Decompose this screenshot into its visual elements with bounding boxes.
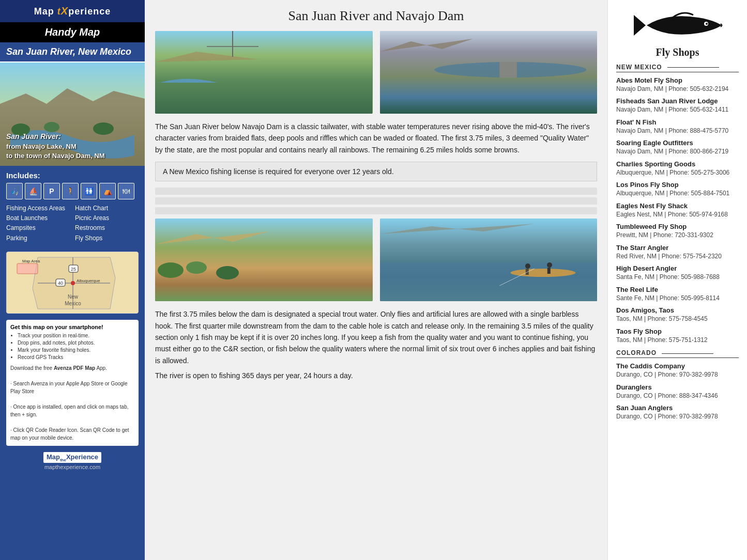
logo-area: Map tXperience: [0, 0, 145, 22]
fly-shops-title: Fly Shops: [616, 46, 739, 58]
includes-item-fishing: Fishing Access Areas: [6, 204, 70, 213]
river-caption-line2: from Navajo Lake, NM: [6, 142, 105, 151]
shop-duranglers: Duranglers Durango, CO | Phone: 888-347-…: [616, 383, 739, 400]
shop-starr: The Starr Angler Red River, NM | Phone: …: [616, 244, 739, 260]
photo-dam: [380, 31, 598, 114]
fish-icon: [631, 7, 724, 43]
shop-soaring: Soaring Eagle Outfitters Navajo Dam, NM …: [616, 139, 739, 155]
handy-map-label: Handy Map: [0, 22, 145, 42]
river-caption: San Juan River: from Navajo Lake, NM to …: [6, 132, 105, 161]
shop-highdesert: High Desert Angler Santa Fe, NM | Phone:…: [616, 265, 739, 281]
svg-point-24: [158, 262, 184, 278]
svg-rect-17: [155, 31, 373, 114]
license-text: A New Mexico fishing license is required…: [163, 167, 394, 176]
bottom-photo-row: [155, 219, 597, 301]
smartphone-section: Get this map on your smartphone! Track y…: [6, 320, 139, 446]
svg-text:Mexico: Mexico: [65, 301, 81, 306]
svg-rect-16: [17, 263, 38, 274]
includes-item-boat: Boat Launches: [6, 213, 70, 223]
includes-item-camping: Campsites: [6, 223, 70, 233]
svg-point-26: [216, 266, 239, 279]
main-title: San Juan River and Navajo Dam: [155, 8, 597, 24]
shop-dosamigos: Dos Amigos, Taos Taos, NM | Phone: 575-7…: [616, 306, 739, 323]
smartphone-title: Get this map on your smartphone!: [10, 324, 134, 330]
includes-label: Includes:: [6, 171, 139, 180]
shop-sanjuananglers: San Juan Anglers Durango, CO | Phone: 97…: [616, 404, 739, 421]
svg-text:New: New: [68, 294, 79, 300]
region-co-header: COLORADO: [616, 349, 739, 358]
smartphone-download-text: Download the free Avenza PDF Map App. · …: [10, 364, 134, 442]
left-sidebar: Map tXperience Handy Map San Juan River,…: [0, 0, 145, 560]
footer-url: mapthexperience.com: [6, 464, 139, 470]
svg-text:25: 25: [71, 267, 76, 272]
svg-rect-22: [499, 62, 517, 77]
svg-text:Map Area: Map Area: [22, 259, 40, 263]
svg-rect-28: [380, 262, 598, 301]
photo-fishing: [380, 219, 598, 301]
boat-icon: ⛵: [25, 183, 41, 199]
sidebar-title: San Juan River, New Mexico: [0, 42, 145, 63]
includes-item-flyshops: Fly Shops: [75, 234, 139, 243]
main-open-text: The river is open to fishing 365 days pe…: [155, 371, 597, 380]
parking-icon: P: [43, 183, 60, 199]
main-description1: The San Juan River below Navajo Dam is a…: [155, 121, 597, 155]
region-nm-label: NEW MEXICO: [616, 64, 662, 71]
shop-caddis: The Caddis Company Durango, CO | Phone: …: [616, 362, 739, 379]
svg-rect-23: [155, 219, 373, 301]
hiker-icon: 🚶: [62, 183, 79, 199]
camping-icon: ⛺: [99, 183, 116, 199]
shop-eagles: Eagles Nest Fly Shack Eagles Nest, NM | …: [616, 202, 739, 219]
logo-text: Map tXperience: [34, 5, 111, 17]
mini-map: 40 25 Albuquerque New Mexico Map Area: [6, 252, 139, 314]
footer-logo: MaptheXperience: [43, 452, 101, 463]
fish-icon-container: [616, 7, 739, 43]
handy-map-text: Handy Map: [45, 26, 100, 38]
smartphone-bullet-4: Record GPS Tracks: [18, 354, 134, 361]
shop-reellife: The Reel Life Sante Fe, NM | Phone: 505-…: [616, 286, 739, 302]
smartphone-bullet-2: Drop pins, add notes, plot photos.: [18, 339, 134, 347]
svg-text:40: 40: [58, 281, 63, 286]
svg-point-36: [706, 23, 708, 25]
river-photo: San Juan River: from Navajo Lake, NM to …: [0, 63, 145, 166]
smartphone-bullet-3: Mark your favorite fishing holes.: [18, 347, 134, 354]
includes-col-left: Fishing Access Areas Boat Launches Camps…: [6, 204, 70, 243]
sidebar-footer: MaptheXperience mapthexperience.com: [6, 452, 139, 471]
license-notice: A New Mexico fishing license is required…: [155, 162, 597, 181]
watermark-placeholder-1: [155, 188, 597, 214]
region-nm-header: NEW MEXICO: [616, 64, 739, 72]
top-photo-row: [155, 31, 597, 114]
smartphone-list: Track your position in real-time. Drop p…: [10, 332, 134, 361]
river-caption-line3: to the town of Navajo Dam, NM: [6, 151, 105, 161]
shop-charlies: Charlies Sporting Goods Albuquerque, NM …: [616, 160, 739, 177]
right-sidebar: Fly Shops NEW MEXICO Abes Motel Fly Shop…: [607, 0, 747, 560]
river-caption-line1: San Juan River:: [6, 132, 105, 142]
includes-icons: 🎣 ⛵ P 🚶 🚻 ⛺ 🍽: [6, 183, 139, 199]
svg-text:Albuquerque: Albuquerque: [77, 278, 100, 283]
shop-fisheads: Fisheads San Juan River Lodge Navajo Dam…: [616, 97, 739, 114]
region-co-label: COLORADO: [616, 349, 657, 356]
includes-item-parking: Parking: [6, 234, 70, 243]
includes-section: Includes: 🎣 ⛵ P 🚶 🚻 ⛺ 🍽 Fishing Access A…: [0, 166, 145, 248]
restroom-icon: 🚻: [81, 183, 97, 199]
includes-list: Fishing Access Areas Boat Launches Camps…: [6, 204, 139, 243]
includes-col-right: Hatch Chart Picnic Areas Restrooms Fly S…: [75, 204, 139, 243]
svg-point-30: [525, 263, 530, 269]
main-content: San Juan River and Navajo Dam: [145, 0, 607, 560]
shop-taos: Taos Fly Shop Taos, NM | Phone: 575-751-…: [616, 328, 739, 344]
photo-river2: [155, 219, 373, 301]
svg-point-11: [71, 281, 75, 285]
svg-rect-33: [547, 268, 550, 274]
photo-river1: [155, 31, 373, 114]
svg-point-2: [44, 122, 59, 132]
shop-abes: Abes Motel Fly Shop Navajo Dam, NM | Pho…: [616, 76, 739, 93]
shop-tumbleweed: Tumbleweed Fly Shop Prewitt, NM | Phone:…: [616, 223, 739, 239]
sidebar-title-text: San Juan River, New Mexico: [6, 46, 131, 57]
fishing-icon: 🎣: [6, 183, 23, 199]
smartphone-bullet-1: Track your position in real-time.: [18, 332, 134, 339]
shop-floatn: Float' N Fish Navajo Dam, NM | Phone: 88…: [616, 118, 739, 135]
includes-item-hatch: Hatch Chart: [75, 204, 139, 213]
includes-item-restrooms: Restrooms: [75, 223, 139, 233]
svg-point-32: [546, 262, 552, 268]
includes-item-picnic: Picnic Areas: [75, 213, 139, 223]
shop-lospinos: Los Pinos Fly Shop Albuquerque, NM | Pho…: [616, 181, 739, 197]
